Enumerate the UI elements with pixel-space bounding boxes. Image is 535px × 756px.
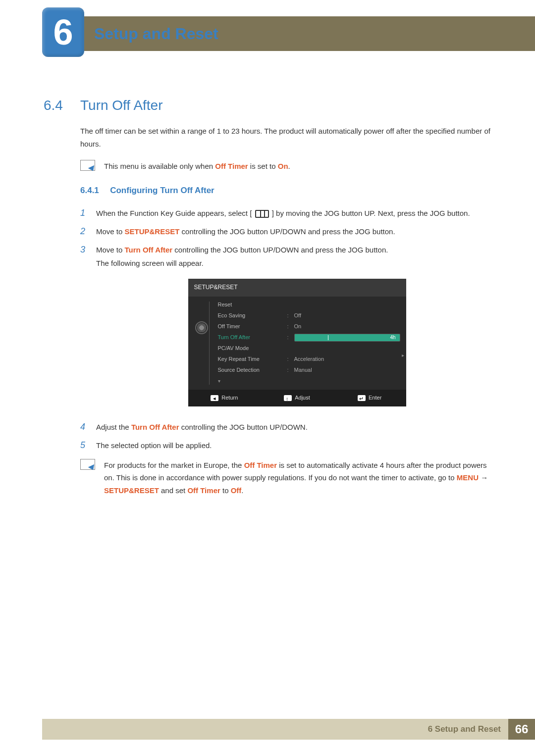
step-body: Adjust the Turn Off After controlling th… xyxy=(96,420,498,434)
footer-chapter-label: 6 Setup and Reset xyxy=(428,724,501,734)
osd-row-offtimer: Off Timer : On xyxy=(218,321,406,332)
subsection-heading: 6.4.1 Configuring Turn Off After xyxy=(80,184,498,198)
osd-row-eco: Eco Saving : Off xyxy=(218,310,406,321)
section-number: 6.4 xyxy=(44,98,63,113)
enter-icon xyxy=(358,395,366,401)
step-3: 3 Move to Turn Off After controlling the… xyxy=(80,243,498,415)
step-number: 3 xyxy=(80,243,96,256)
note-europe: For products for the market in Europe, t… xyxy=(80,459,498,497)
chapter-number: 6 xyxy=(53,14,73,50)
return-icon xyxy=(211,395,218,401)
osd-title: SETUP&RESET xyxy=(188,279,406,297)
content-area: The off timer can be set within a range … xyxy=(80,125,498,507)
step-body: Move to SETUP&RESET controlling the JOG … xyxy=(96,225,498,238)
step-5: 5 The selected option will be applied. xyxy=(80,439,498,452)
step-number: 5 xyxy=(80,439,96,452)
step-number: 1 xyxy=(80,206,96,220)
osd-row-reset: Reset xyxy=(218,300,406,310)
osd-screenshot: SETUP&RESET Reset Eco Saving : Off Off T… xyxy=(188,279,406,406)
footer-bar: 6 Setup and Reset 66 xyxy=(42,719,535,740)
osd-row-more: ▾ xyxy=(218,376,406,387)
note-text: For products for the market in Europe, t… xyxy=(104,459,498,497)
step-body: The selected option will be applied. xyxy=(96,439,498,452)
section-title: Turn Off After xyxy=(80,98,163,113)
note-icon xyxy=(80,459,95,470)
chapter-number-badge: 6 xyxy=(42,7,84,57)
osd-row-keyrepeat: Key Repeat Time : Acceleration xyxy=(218,354,406,365)
osd-body: Reset Eco Saving : Off Off Timer : On Tu… xyxy=(188,297,406,390)
chevron-down-icon: ▾ xyxy=(218,377,220,386)
step-1: 1 When the Function Key Guide appears, s… xyxy=(80,206,498,220)
subsection-number: 6.4.1 xyxy=(80,184,108,198)
osd-footer: Return Adjust Enter xyxy=(188,390,406,406)
osd-footer-adjust: Adjust xyxy=(261,393,333,403)
step-number: 2 xyxy=(80,225,96,238)
page-number: 66 xyxy=(508,719,535,740)
osd-row-pcav: PC/AV Mode xyxy=(218,343,406,354)
step-4: 4 Adjust the Turn Off After controlling … xyxy=(80,420,498,434)
osd-slider: 4h xyxy=(294,334,400,342)
adjust-icon xyxy=(284,395,292,401)
step-body: Move to Turn Off After controlling the J… xyxy=(96,243,498,415)
chevron-right-icon: ▸ xyxy=(402,351,404,360)
step-number: 4 xyxy=(80,420,96,434)
osd-divider xyxy=(209,302,214,385)
osd-footer-enter: Enter xyxy=(333,393,406,403)
gear-icon xyxy=(195,321,208,334)
menu-icon xyxy=(255,210,269,218)
chapter-title: Setup and Reset xyxy=(94,25,218,43)
note-availability: This menu is available only when Off Tim… xyxy=(80,160,498,173)
note-text: This menu is available only when Off Tim… xyxy=(104,160,498,173)
subsection-title: Configuring Turn Off After xyxy=(110,186,214,195)
osd-footer-return: Return xyxy=(188,393,261,403)
step-2: 2 Move to SETUP&RESET controlling the JO… xyxy=(80,225,498,238)
intro-paragraph: The off timer can be set within a range … xyxy=(80,125,498,150)
note-icon xyxy=(80,160,95,171)
step-body: When the Function Key Guide appears, sel… xyxy=(96,206,498,220)
osd-row-sourcedetect: Source Detection : Manual xyxy=(218,365,406,376)
osd-row-turnoffafter: Turn Off After : 4h xyxy=(218,332,406,343)
